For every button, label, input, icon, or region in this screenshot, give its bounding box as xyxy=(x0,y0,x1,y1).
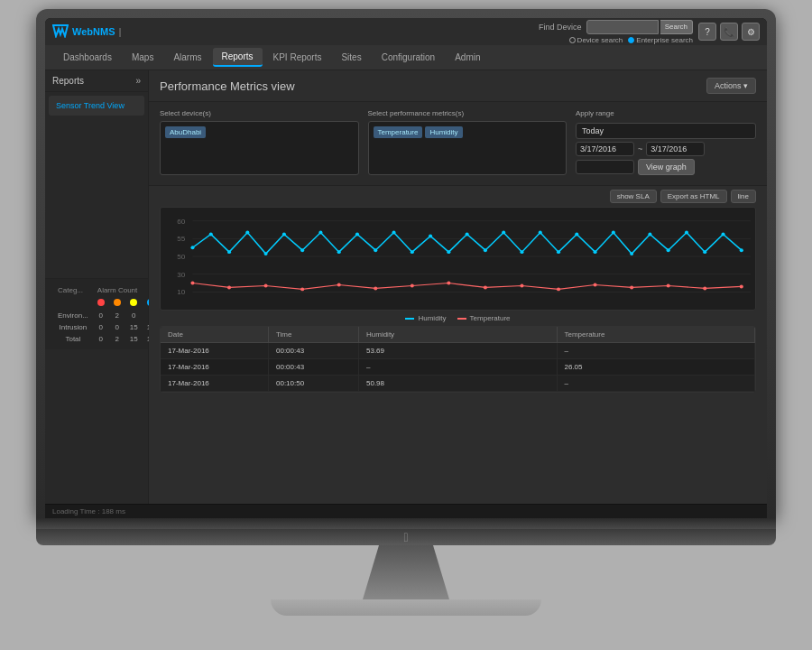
svg-point-13 xyxy=(227,250,231,254)
alarm-dot-orange xyxy=(110,298,125,309)
logo-w-icon xyxy=(52,23,69,41)
table-header-row: Date Time Humidity Temperature xyxy=(161,327,755,343)
th-temperature: Temperature xyxy=(558,327,756,342)
top-bar-right: Find Device Search Device search Enterpr… xyxy=(539,20,760,44)
sidebar-collapse-icon[interactable]: » xyxy=(135,76,141,86)
range-today-input[interactable] xyxy=(576,123,756,139)
range-filter-group: Apply range ~ View graph xyxy=(576,109,756,178)
alarm-col-category: Categ... xyxy=(54,284,92,296)
nav-sites-label: Sites xyxy=(341,52,361,62)
alarm-intrusion-2: 15 xyxy=(126,322,142,332)
th-date: Date xyxy=(161,327,269,342)
svg-point-37 xyxy=(667,248,670,252)
nav-item-maps[interactable]: Maps xyxy=(123,49,162,66)
nav-reports-label: Reports xyxy=(222,51,254,61)
svg-point-43 xyxy=(227,285,231,289)
logo-sep: | xyxy=(118,26,121,37)
find-device-row: Find Device Search xyxy=(539,20,693,34)
settings-icon[interactable]: ⚙ xyxy=(742,23,760,41)
nav-item-kpi[interactable]: KPI Reports xyxy=(264,49,331,66)
actions-label: Actions ▾ xyxy=(715,81,748,90)
td-humidity-3: 50.98 xyxy=(359,376,558,391)
svg-point-45 xyxy=(300,287,304,291)
svg-point-12 xyxy=(209,233,213,237)
range-time-row: View graph xyxy=(576,159,756,175)
device-search-option[interactable]: Device search xyxy=(569,36,623,44)
nav-item-dashboards[interactable]: Dashboards xyxy=(54,49,121,66)
line-button[interactable]: line xyxy=(731,190,756,203)
svg-point-14 xyxy=(245,231,249,235)
find-device-box: Find Device Search Device search Enterpr… xyxy=(539,20,693,44)
export-html-button[interactable]: Export as HTML xyxy=(660,190,727,203)
svg-point-24 xyxy=(429,234,432,237)
svg-point-52 xyxy=(557,287,560,291)
td-humidity-2: – xyxy=(359,359,558,375)
svg-point-33 xyxy=(594,250,597,254)
nav-item-reports[interactable]: Reports xyxy=(213,48,263,67)
alarm-intrusion-1: 0 xyxy=(110,322,125,332)
td-temperature-2: 26.05 xyxy=(558,359,756,375)
alarm-section: Categ... Alarm Count xyxy=(45,278,148,349)
alarm-dot-yellow xyxy=(126,298,142,309)
metrics-filter-box[interactable]: Temperature Humidity xyxy=(368,121,567,175)
svg-point-28 xyxy=(502,231,505,235)
svg-point-30 xyxy=(539,231,542,235)
svg-point-15 xyxy=(264,252,268,255)
find-device-input[interactable] xyxy=(586,20,659,34)
loading-time-text: Loading Time : 188 ms xyxy=(52,507,125,515)
monitor-stand-neck xyxy=(36,518,776,529)
svg-text:10: 10 xyxy=(177,288,186,296)
top-icons: ? 📞 ⚙ xyxy=(698,23,760,41)
devices-filter-group: Select device(s) AbuDhabi xyxy=(160,109,359,175)
sidebar-item-label: Sensor Trend View xyxy=(56,101,125,110)
svg-text:55: 55 xyxy=(177,235,186,243)
svg-point-20 xyxy=(355,233,359,237)
logo-area: WebNMS | xyxy=(52,23,122,41)
search-button[interactable]: Search xyxy=(660,20,693,34)
monitor-chin:  xyxy=(36,529,776,545)
range-to-input[interactable] xyxy=(646,142,705,156)
webnms-logo: WebNMS | xyxy=(52,23,122,41)
td-date-3: 17-Mar-2016 xyxy=(161,376,269,391)
view-graph-button[interactable]: View graph xyxy=(638,159,695,175)
device-search-radio xyxy=(569,37,576,43)
alarm-total-2: 15 xyxy=(126,334,142,344)
nav-item-sites[interactable]: Sites xyxy=(332,49,370,66)
chart-legend: Humidity Temperature xyxy=(149,314,767,322)
svg-point-40 xyxy=(721,233,724,237)
svg-point-26 xyxy=(466,233,469,237)
range-from-input[interactable] xyxy=(576,142,634,156)
svg-point-35 xyxy=(630,252,633,255)
th-time: Time xyxy=(269,327,359,342)
range-label: Apply range xyxy=(576,109,756,117)
svg-point-41 xyxy=(740,248,743,252)
temperature-legend-label: Temperature xyxy=(470,314,511,322)
chart-area: 60 55 50 30 10 xyxy=(160,207,756,311)
nav-item-configuration[interactable]: Configuration xyxy=(373,49,444,66)
nav-config-label: Configuration xyxy=(382,52,435,62)
help-icon[interactable]: ? xyxy=(698,23,716,41)
svg-point-16 xyxy=(282,233,286,237)
enterprise-search-option[interactable]: Enterprise search xyxy=(628,36,693,44)
svg-point-51 xyxy=(520,284,523,288)
actions-button[interactable]: Actions ▾ xyxy=(706,78,756,94)
nav-item-admin[interactable]: Admin xyxy=(446,49,489,66)
svg-point-46 xyxy=(337,283,341,287)
chart-toolbar: show SLA Export as HTML line xyxy=(149,186,767,207)
nav-alarms-label: Alarms xyxy=(173,52,201,62)
svg-point-38 xyxy=(685,231,688,235)
svg-point-36 xyxy=(648,233,651,237)
svg-point-47 xyxy=(374,286,377,290)
svg-point-50 xyxy=(484,285,487,289)
humidity-legend: Humidity xyxy=(405,314,446,322)
range-time-input[interactable] xyxy=(576,160,634,174)
sidebar-item-sensor-trend[interactable]: Sensor Trend View xyxy=(49,96,144,116)
table-row-1: 17-Mar-2016 00:00:43 53.69 – xyxy=(161,343,755,359)
nav-item-alarms[interactable]: Alarms xyxy=(164,49,210,66)
apple-logo-icon:  xyxy=(403,530,408,544)
show-sla-button[interactable]: show SLA xyxy=(610,190,657,203)
devices-filter-box[interactable]: AbuDhabi xyxy=(160,121,359,175)
nav-maps-label: Maps xyxy=(132,52,153,62)
top-bar: WebNMS | Find Device Search Device searc… xyxy=(45,18,767,45)
phone-icon[interactable]: 📞 xyxy=(720,23,738,41)
